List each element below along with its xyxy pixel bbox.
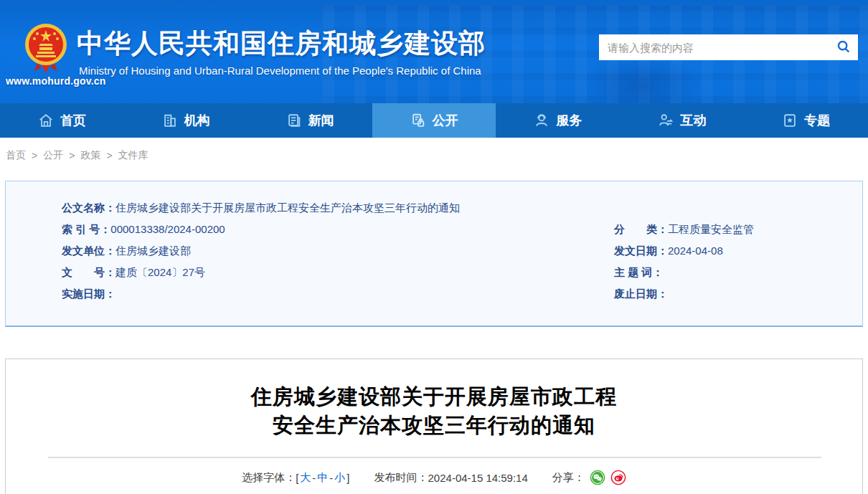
article-title-line1: 住房城乡建设部关于开展房屋市政工程 <box>6 382 862 411</box>
nav-item-interaction[interactable]: 互动 <box>620 103 744 138</box>
nav-label: 公开 <box>433 112 458 129</box>
meta-left-column: 公文名称：住房城乡建设部关于开展房屋市政工程安全生产治本攻坚三年行动的通知 索 … <box>62 197 460 305</box>
document-meta-box: 公文名称：住房城乡建设部关于开展房屋市政工程安全生产治本攻坚三年行动的通知 索 … <box>5 181 863 327</box>
nav-label: 机构 <box>184 112 210 129</box>
meta-value: 000013338/2024-00200 <box>110 223 225 235</box>
nav-label: 互动 <box>680 112 706 129</box>
publish-time-group: 发布时间： 2024-04-15 14:59:14 <box>374 471 528 485</box>
home-icon <box>38 113 54 128</box>
font-size-large-link[interactable]: 大 <box>300 471 311 485</box>
meta-label: 文 号： <box>62 266 115 278</box>
nav-item-disclosure[interactable]: 公开 <box>372 103 496 138</box>
publish-time-value: 2024-04-15 14:59:14 <box>428 472 528 484</box>
interaction-icon <box>658 113 674 128</box>
national-emblem-icon <box>22 22 70 75</box>
meta-label: 分 类： <box>614 223 668 235</box>
breadcrumb-separator: > <box>106 150 112 161</box>
meta-label: 主 题 词： <box>614 266 663 278</box>
nav-label: 服务 <box>556 112 582 129</box>
meta-row-index-number: 索 引 号：000013338/2024-00200 <box>62 219 460 240</box>
font-size-medium-link[interactable]: 中 <box>317 471 328 485</box>
site-header: www.mohurd.gov.cn 中华人民共和国住房和城乡建设部 Minist… <box>0 0 868 103</box>
wechat-icon[interactable] <box>590 470 605 485</box>
page: www.mohurd.gov.cn 中华人民共和国住房和城乡建设部 Minist… <box>0 0 868 494</box>
share-group: 分享： <box>552 470 626 485</box>
title-divider <box>48 457 821 458</box>
bracket-close: ] <box>346 472 349 484</box>
share-label: 分享： <box>552 471 585 485</box>
breadcrumb-home[interactable]: 首页 <box>6 149 26 162</box>
breadcrumb: 首页 > 公开 > 政策 > 文件库 <box>6 149 148 162</box>
meta-row-doc-name: 公文名称：住房城乡建设部关于开展房屋市政工程安全生产治本攻坚三年行动的通知 <box>62 197 460 219</box>
meta-row-category: 分 类：工程质量安全监管 <box>614 219 754 240</box>
font-size-dash: - <box>312 472 316 484</box>
topics-icon <box>782 113 798 128</box>
article-title-line2: 安全生产治本攻坚三年行动的通知 <box>6 411 862 440</box>
font-size-small-link[interactable]: 小 <box>334 471 345 485</box>
news-icon <box>286 113 302 128</box>
article-title: 住房城乡建设部关于开展房屋市政工程 安全生产治本攻坚三年行动的通知 <box>6 382 862 440</box>
meta-row-subject-words: 主 题 词： <box>614 262 754 283</box>
meta-row-doc-number: 文 号：建质〔2024〕27号 <box>62 262 460 283</box>
breadcrumb-separator: > <box>69 150 75 161</box>
service-icon <box>534 113 549 128</box>
site-title: 中华人民共和国住房和城乡建设部 <box>77 26 486 62</box>
font-size-label: 选择字体： <box>242 471 296 485</box>
meta-label: 发文日期： <box>614 244 668 257</box>
weibo-icon[interactable] <box>610 470 626 485</box>
article-meta-bar: 选择字体： [ 大 - 中 - 小 ] 发布时间： 2024-04-15 14:… <box>6 467 862 488</box>
meta-label: 发文单位： <box>62 244 115 257</box>
meta-row-repeal-date: 废止日期： <box>614 283 754 305</box>
meta-label: 公文名称： <box>62 201 115 214</box>
site-url: www.mohurd.gov.cn <box>6 75 113 87</box>
meta-row-issue-date: 发文日期：2024-04-08 <box>614 240 754 262</box>
site-subtitle: Ministry of Housing and Urban-Rural Deve… <box>79 65 481 77</box>
main-nav: 首页 机构 新闻 <box>0 103 868 138</box>
search-icon <box>836 39 852 57</box>
meta-value: 工程质量安全监管 <box>668 223 754 235</box>
nav-label: 首页 <box>60 112 86 129</box>
meta-label: 实施日期： <box>62 288 115 300</box>
meta-row-issuing-unit: 发文单位：住房城乡建设部 <box>62 240 460 262</box>
meta-row-implementation-date: 实施日期： <box>62 283 460 305</box>
search-button[interactable] <box>829 34 858 60</box>
meta-label: 废止日期： <box>614 288 668 300</box>
meta-value: 2024-04-08 <box>668 244 723 257</box>
nav-item-topics[interactable]: 专题 <box>744 103 868 138</box>
meta-value: 建质〔2024〕27号 <box>115 266 205 278</box>
article-panel: 住房城乡建设部关于开展房屋市政工程 安全生产治本攻坚三年行动的通知 选择字体： … <box>5 358 863 494</box>
nav-label: 专题 <box>804 112 830 129</box>
meta-right-column: 分 类：工程质量安全监管 发文日期：2024-04-08 主 题 词： 废止日期… <box>614 219 754 305</box>
meta-value: 住房城乡建设部 <box>115 244 191 257</box>
breadcrumb-disclosure[interactable]: 公开 <box>43 149 63 162</box>
search-box <box>599 34 858 60</box>
nav-item-organization[interactable]: 机构 <box>124 103 248 138</box>
meta-value: 住房城乡建设部关于开展房屋市政工程安全生产治本攻坚三年行动的通知 <box>115 201 460 214</box>
search-input[interactable] <box>599 34 829 60</box>
breadcrumb-library[interactable]: 文件库 <box>118 149 148 162</box>
bracket-open: [ <box>296 472 298 484</box>
organization-icon <box>162 113 178 128</box>
nav-item-home[interactable]: 首页 <box>0 103 124 138</box>
publish-time-label: 发布时间： <box>374 471 428 485</box>
meta-label: 索 引 号： <box>62 223 110 235</box>
nav-label: 新闻 <box>308 112 334 129</box>
disclosure-icon <box>410 113 426 128</box>
nav-item-news[interactable]: 新闻 <box>248 103 372 138</box>
font-size-dash: - <box>329 472 333 484</box>
breadcrumb-policy[interactable]: 政策 <box>80 149 100 162</box>
breadcrumb-separator: > <box>32 150 37 161</box>
font-size-selector: 选择字体： [ 大 - 中 - 小 ] <box>242 471 349 485</box>
nav-item-service[interactable]: 服务 <box>496 103 620 138</box>
